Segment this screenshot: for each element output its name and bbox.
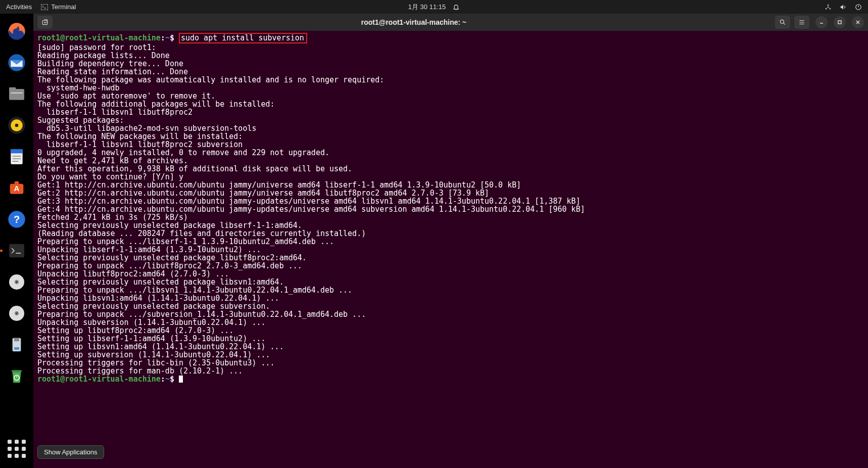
topbar-app-menu[interactable]: Terminal bbox=[41, 3, 76, 11]
cursor bbox=[179, 376, 183, 383]
dock-usb[interactable] bbox=[4, 332, 29, 357]
prompt-symbol: $ bbox=[170, 33, 174, 42]
show-applications-tooltip: Show Applications bbox=[37, 445, 104, 459]
topbar-clock[interactable]: 1月 30 11:15 bbox=[408, 3, 460, 12]
svg-text:?: ? bbox=[14, 214, 20, 225]
hamburger-menu-button[interactable] bbox=[794, 16, 809, 29]
prompt-sep: : bbox=[161, 33, 165, 42]
dock-terminal[interactable] bbox=[4, 238, 29, 263]
prompt-user: root1@root1-virtual-machine bbox=[37, 33, 161, 42]
terminal-body[interactable]: root1@root1-virtual-machine:~$ sudo apt … bbox=[33, 31, 868, 468]
svg-point-28 bbox=[16, 312, 17, 314]
svg-rect-14 bbox=[11, 149, 22, 153]
dock-disc-2[interactable] bbox=[4, 301, 29, 326]
svg-point-25 bbox=[16, 281, 17, 283]
svg-rect-8 bbox=[9, 87, 16, 91]
dock-disc-1[interactable] bbox=[4, 269, 29, 295]
svg-rect-22 bbox=[9, 244, 24, 258]
dock-writer[interactable] bbox=[4, 144, 29, 169]
dock-help[interactable]: ? bbox=[4, 207, 29, 232]
dock-thunderbird[interactable] bbox=[4, 50, 29, 75]
window-title: root1@root1-virtual-machine: ~ bbox=[57, 18, 771, 26]
terminal-window: root1@root1-virtual-machine: ~ root1@roo… bbox=[33, 14, 868, 468]
network-icon bbox=[825, 4, 832, 11]
close-button[interactable] bbox=[852, 16, 864, 28]
minimize-button[interactable] bbox=[815, 16, 828, 28]
topbar-system-menu[interactable] bbox=[825, 4, 862, 11]
terminal-output: [sudo] password for root1: Reading packa… bbox=[37, 43, 585, 376]
dock-trash[interactable] bbox=[4, 363, 29, 389]
svg-rect-15 bbox=[13, 156, 21, 157]
topbar-app-name: Terminal bbox=[51, 3, 76, 11]
svg-point-35 bbox=[780, 20, 784, 23]
window-titlebar: root1@root1-virtual-machine: ~ bbox=[33, 14, 868, 31]
power-icon bbox=[855, 4, 862, 11]
volume-icon bbox=[840, 4, 847, 11]
maximize-button[interactable] bbox=[834, 16, 846, 28]
bell-icon bbox=[453, 4, 460, 11]
new-tab-button[interactable] bbox=[37, 16, 53, 29]
gnome-topbar: Activities Terminal 1月 30 11:15 bbox=[0, 0, 868, 14]
search-button[interactable] bbox=[775, 16, 790, 29]
svg-rect-0 bbox=[41, 4, 48, 10]
clock-text: 1月 30 11:15 bbox=[408, 3, 446, 12]
activities-button[interactable]: Activities bbox=[6, 3, 32, 11]
prompt-path: ~ bbox=[165, 33, 170, 42]
dock-files[interactable] bbox=[4, 81, 29, 107]
svg-rect-16 bbox=[13, 158, 21, 159]
dock-firefox[interactable] bbox=[4, 19, 29, 44]
dock-software[interactable]: A bbox=[4, 175, 29, 201]
terminal-small-icon bbox=[41, 4, 48, 10]
command-highlight: sudo apt install subversion bbox=[179, 33, 307, 43]
svg-rect-30 bbox=[14, 338, 19, 342]
svg-text:A: A bbox=[14, 184, 20, 193]
show-applications-button[interactable] bbox=[5, 437, 29, 461]
svg-point-12 bbox=[15, 124, 19, 127]
dock: A ? bbox=[0, 14, 33, 468]
svg-rect-32 bbox=[12, 370, 22, 372]
svg-rect-31 bbox=[14, 347, 19, 350]
prompt-user-2: root1@root1-virtual-machine bbox=[37, 375, 161, 384]
dock-rhythmbox[interactable] bbox=[4, 113, 29, 138]
svg-rect-17 bbox=[13, 161, 19, 162]
svg-rect-9 bbox=[11, 92, 22, 94]
svg-rect-36 bbox=[838, 21, 841, 24]
svg-point-1 bbox=[828, 4, 829, 5]
